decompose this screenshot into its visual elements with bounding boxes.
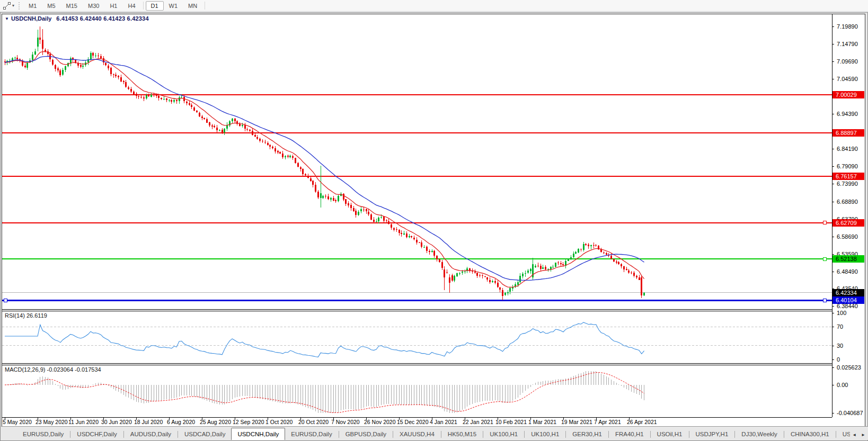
rsi-tick <box>832 313 834 313</box>
timeframe-h4[interactable]: H4 <box>122 1 140 11</box>
price-tick-label: 6.79090 <box>837 163 858 170</box>
tab-divider <box>608 431 609 438</box>
tab-eurusd-daily[interactable]: EURUSD,Daily <box>285 429 338 440</box>
chart-tabs: EURUSD,DailyUSDCHF,DailyAUDUSD,DailyUSDC… <box>17 427 850 440</box>
rsi-tick <box>832 359 834 360</box>
resistance-1-price-label: 7.00029 <box>832 91 864 98</box>
tab-usdchf-daily[interactable]: USDCHF,Daily <box>71 429 122 440</box>
date-label: 18 Jul 2020 <box>134 419 163 425</box>
rsi-tick-label: 100 <box>837 309 846 317</box>
tab-divider <box>441 431 441 438</box>
tab-usdcnh-daily[interactable]: USDCNH,Daily <box>231 428 285 440</box>
price-tick-label: 7.04590 <box>837 75 858 83</box>
tab-divider <box>565 431 566 438</box>
line-handle[interactable] <box>823 257 826 260</box>
workspace: ▼USDCNH,Daily6.41453 6.42440 6.41423 6.4… <box>0 12 868 441</box>
tab-divider <box>734 431 735 438</box>
tab-usoil-h1[interactable]: USOil,H1 <box>651 429 688 440</box>
date-label: 23 May 2020 <box>36 419 68 425</box>
timeframe-m15[interactable]: M15 <box>61 1 83 11</box>
tab-divider <box>70 431 70 438</box>
date-label: 5 May 2020 <box>3 419 32 425</box>
price-tick <box>832 202 834 202</box>
timeframe-w1[interactable]: W1 <box>164 1 183 11</box>
price-tick <box>832 272 834 272</box>
tab-audusd-daily[interactable]: AUDUSD,Daily <box>125 429 177 440</box>
price-tick-label: 7.09690 <box>837 58 858 65</box>
toolbar-separator <box>143 2 144 10</box>
date-label: 1 Oct 2020 <box>265 419 293 425</box>
tab-fra40-h1[interactable]: FRA40,H1 <box>609 429 650 440</box>
price-tick <box>832 254 834 255</box>
timeframe-h1[interactable]: H1 <box>104 1 122 11</box>
line-handle[interactable] <box>823 299 826 302</box>
resistance-3-price-label: 6.76157 <box>832 173 864 180</box>
tab-gbpusd-daily[interactable]: GBPUSD,Daily <box>340 429 392 440</box>
timeframe-buttons: M1M5M15M30H1H4D1W1MN <box>23 0 207 12</box>
tab-china300-h1[interactable]: CHINA300,H1 <box>785 429 835 440</box>
bear-candle-bodies <box>4 38 643 296</box>
timeframe-m5[interactable]: M5 <box>42 1 60 11</box>
trendline-cursor-icon[interactable] <box>2 2 12 10</box>
tab-hk50-m15[interactable]: HK50,M15 <box>442 429 482 440</box>
price-tick-label: 6.94390 <box>837 110 858 118</box>
price-tick <box>832 114 834 114</box>
price-tick <box>832 61 834 62</box>
resistance-4-price-label: 6.62709 <box>832 219 864 227</box>
macd-tick-label: 0.025623 <box>837 364 861 371</box>
macd-label: MACD(12,26,9) -0.023064 -0.017534 <box>5 366 101 373</box>
chart-title: ▼USDCNH,Daily6.41453 6.42440 6.41423 6.4… <box>5 15 149 22</box>
tab-divider <box>123 431 124 438</box>
date-label: 20 Oct 2020 <box>298 419 329 425</box>
tab-ger30-h1[interactable]: GER30,H1 <box>566 429 608 440</box>
tab-usc[interactable]: USC <box>837 429 850 440</box>
chart-collapse-icon[interactable]: ▼ <box>5 16 9 21</box>
rsi-tick-label: 0 <box>837 356 840 363</box>
chart-symbol-period: USDCNH,Daily <box>11 15 51 22</box>
line-handle[interactable] <box>4 299 7 302</box>
tab-uk100-h1[interactable]: UK100,H1 <box>525 429 565 440</box>
timeframe-m1[interactable]: M1 <box>23 1 42 11</box>
date-label: 19 Mar 2021 <box>561 419 592 425</box>
timeframe-m30[interactable]: M30 <box>83 1 104 11</box>
chart-ohlc-values: 6.41453 6.42440 6.41423 6.42334 <box>56 15 148 22</box>
rsi-tick-label: 70 <box>837 323 843 330</box>
toolbar-drag-handle[interactable] <box>19 2 20 10</box>
tab-dj30-weekly[interactable]: DJ30,Weekly <box>736 429 783 440</box>
price-tick <box>832 237 834 237</box>
support-blue-price-label: 6.40104 <box>832 296 864 304</box>
line-handle[interactable] <box>823 221 826 224</box>
price-tick-label: 7.19890 <box>837 23 858 30</box>
tab-usdjpy-h1[interactable]: USDJPY,H1 <box>690 429 734 440</box>
timeframe-d1[interactable]: D1 <box>146 1 164 11</box>
tab-eurusd-daily[interactable]: EURUSD,Daily <box>17 429 69 440</box>
date-label: 10 Feb 2021 <box>495 419 527 425</box>
price-tick <box>832 184 834 184</box>
tabs-scroll-left-icon[interactable]: ◄ <box>852 433 856 437</box>
price-tick <box>832 149 834 149</box>
support-green-price-label: 6.52138 <box>832 255 864 263</box>
time-axis[interactable]: 5 May 202023 May 202011 Jun 202030 Jun 2… <box>2 418 832 426</box>
tab-divider <box>339 431 339 438</box>
toolbar-dropdown-caret-icon[interactable]: ▾ <box>12 3 14 8</box>
mt4-application: ▾ M1M5M15M30H1H4D1W1MN ▼USDCNH,Daily6.41… <box>0 0 868 441</box>
tab-divider <box>393 431 393 438</box>
timeframe-mn[interactable]: MN <box>183 1 202 11</box>
tab-usdcad-daily[interactable]: USDCAD,Daily <box>179 429 231 440</box>
tab-xauusd-h4[interactable]: XAUUSD,H4 <box>394 429 440 440</box>
date-label: 15 Dec 2020 <box>397 419 429 425</box>
tab-uk100-h1[interactable]: UK100,H1 <box>484 429 524 440</box>
tabs-scroll-right-icon[interactable]: ► <box>861 433 865 437</box>
date-label: 22 Jan 2021 <box>463 419 493 425</box>
tab-divider <box>178 431 178 438</box>
macd-tick-label: -0.040687 <box>837 409 863 417</box>
bull-candle-wicks <box>7 30 644 295</box>
rsi-tick-label: 30 <box>837 342 843 349</box>
rsi-label: RSI(14) 26.6119 <box>5 312 47 319</box>
price-axis[interactable]: 7.198907.147907.096907.045906.994906.943… <box>832 14 865 426</box>
macd-tick-label: 0.00 <box>837 381 848 389</box>
tab-divider <box>784 431 784 438</box>
chart-canvas[interactable] <box>2 14 865 426</box>
rsi-tick <box>832 346 834 346</box>
macd-histogram <box>5 371 644 413</box>
